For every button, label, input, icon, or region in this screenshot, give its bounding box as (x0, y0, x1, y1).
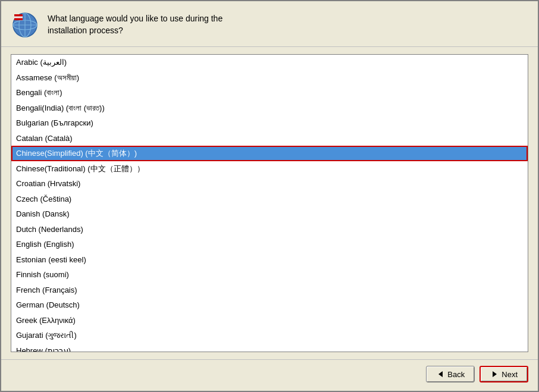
language-item-bengali-india[interactable]: Bengali(India) (বাংলা (ভারত)) (11, 101, 528, 116)
header-area: What language would you like to use duri… (1, 1, 538, 47)
next-label: Next (502, 370, 518, 379)
back-label: Back (447, 370, 465, 379)
language-item-chinese-simplified[interactable]: Chinese(Simplified) (中文（简体）) (11, 146, 528, 161)
language-item-assamese[interactable]: Assamese (অসমীয়া) (11, 70, 528, 86)
language-item-arabic[interactable]: Arabic (العربية) (11, 55, 528, 70)
next-button[interactable]: Next (480, 366, 528, 382)
language-item-french[interactable]: French (Français) (11, 283, 528, 298)
installer-icon (11, 11, 39, 39)
language-item-croatian[interactable]: Croatian (Hrvatski) (11, 176, 528, 192)
language-item-greek[interactable]: Greek (Ελληνικά) (11, 313, 528, 328)
back-button[interactable]: Back (426, 366, 475, 382)
language-item-bengali[interactable]: Bengali (বাংলা) (11, 85, 528, 101)
language-item-german[interactable]: German (Deutsch) (11, 297, 528, 313)
language-item-estonian[interactable]: Estonian (eesti keel) (11, 252, 528, 268)
language-item-finnish[interactable]: Finnish (suomi) (11, 267, 528, 283)
back-arrow-icon (436, 370, 444, 378)
language-item-czech[interactable]: Czech (Čeština) (11, 192, 528, 207)
language-item-dutch[interactable]: Dutch (Nederlands) (11, 222, 528, 237)
language-item-hebrew[interactable]: Hebrew (עברית) (11, 343, 528, 352)
language-item-gujarati[interactable]: Gujarati (ગુજરાતી) (11, 328, 528, 343)
language-item-english[interactable]: English (English) (11, 237, 528, 252)
language-list-scroll[interactable]: Arabic (العربية)Assamese (অসমীয়া)Bengal… (11, 55, 528, 352)
svg-rect-6 (14, 14, 23, 17)
language-item-chinese-traditional[interactable]: Chinese(Traditional) (中文（正體）） (11, 161, 528, 177)
language-list-container: Arabic (العربية)Assamese (অসমীয়া)Bengal… (11, 54, 528, 352)
footer-area: Back Next (1, 359, 538, 391)
next-arrow-icon (490, 370, 499, 378)
header-question: What language would you like to use duri… (48, 13, 223, 36)
installer-dialog: What language would you like to use duri… (0, 0, 539, 392)
content-area: Arabic (العربية)Assamese (অসমীয়া)Bengal… (1, 47, 538, 359)
svg-rect-7 (14, 18, 23, 21)
language-item-danish[interactable]: Danish (Dansk) (11, 206, 528, 222)
language-item-bulgarian[interactable]: Bulgarian (Български) (11, 115, 528, 131)
language-item-catalan[interactable]: Catalan (Català) (11, 131, 528, 146)
